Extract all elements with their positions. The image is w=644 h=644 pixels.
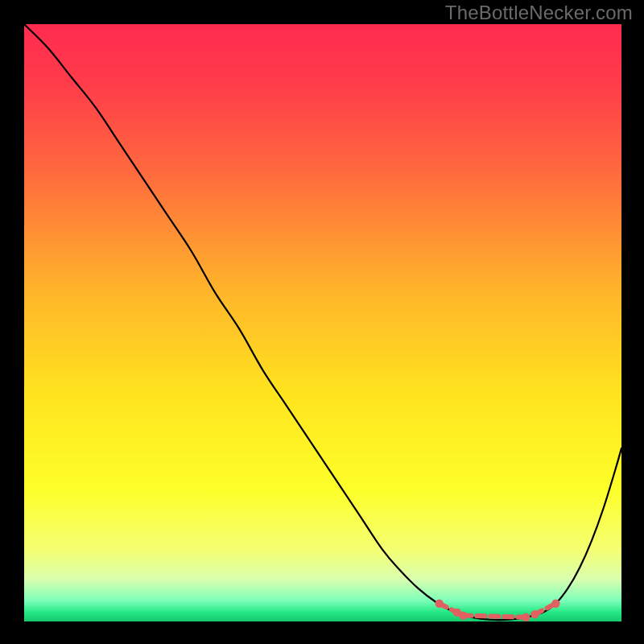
chart-background (24, 24, 621, 621)
chart-container: TheBottleNecker.com (0, 0, 644, 644)
highlight-cap (435, 600, 443, 608)
highlight-cap (551, 600, 559, 608)
watermark-text: TheBottleNecker.com (445, 2, 633, 24)
highlight-cap (522, 613, 530, 621)
chart-svg (24, 24, 621, 621)
highlight-segment (463, 616, 526, 617)
chart-plot-area (24, 24, 621, 621)
highlight-cap (459, 611, 467, 619)
highlight-cap (530, 610, 539, 618)
